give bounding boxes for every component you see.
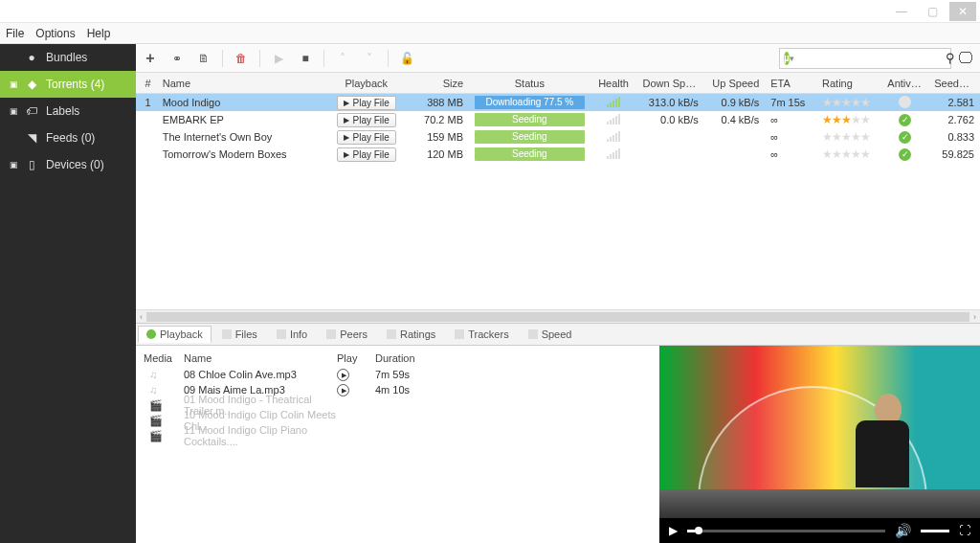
create-torrent-button[interactable]: 🗎 — [195, 50, 212, 67]
play-icon[interactable]: ▶ — [337, 384, 349, 396]
expand-icon[interactable]: ▣ — [10, 106, 17, 116]
health-icon — [607, 147, 620, 159]
expand-icon[interactable]: ▣ — [10, 79, 17, 89]
col-antivirus[interactable]: Antivirus — [881, 78, 928, 89]
horizontal-scrollbar[interactable]: ‹› — [136, 309, 980, 323]
file-row[interactable]: 🎬 11 Mood Indigo Clip Piano Cocktails...… — [144, 428, 652, 443]
play-file-button[interactable]: ▶Play File — [337, 130, 396, 145]
play-file-button[interactable]: ▶Play File — [337, 96, 396, 110]
col-eta[interactable]: ETA — [765, 78, 816, 89]
menu-file[interactable]: File — [6, 27, 24, 40]
tab-info[interactable]: Info — [268, 326, 316, 343]
rss-icon: ◥ — [25, 131, 38, 145]
trackers-icon — [455, 329, 464, 339]
health-icon — [607, 96, 620, 107]
tab-playback[interactable]: Playback — [138, 326, 212, 343]
remote-button[interactable]: 🖵 — [957, 50, 974, 67]
col-down[interactable]: Down Speed — [637, 78, 704, 89]
play-icon[interactable]: ▶ — [337, 369, 349, 381]
expand-icon[interactable]: ▣ — [10, 160, 17, 170]
col-health[interactable]: Health — [590, 78, 637, 89]
col-rating[interactable]: Rating — [816, 78, 881, 89]
add-torrent-button[interactable]: + — [142, 50, 159, 67]
minimize-button[interactable]: — — [888, 2, 915, 21]
tab-files[interactable]: Files — [213, 326, 266, 343]
fl-col-media[interactable]: Media — [144, 352, 184, 364]
antivirus-ok-icon: ✓ — [899, 131, 911, 144]
tab-peers[interactable]: Peers — [318, 326, 376, 343]
bundle-icon: ● — [25, 51, 38, 64]
col-name[interactable]: Name — [157, 78, 329, 89]
speed-icon — [528, 329, 538, 339]
video-frame[interactable] — [659, 346, 980, 518]
volume-button[interactable]: 🔊 — [895, 523, 911, 538]
play-file-button[interactable]: ▶Play File — [337, 147, 396, 162]
seek-bar[interactable] — [687, 530, 885, 532]
menu-options[interactable]: Options — [35, 27, 75, 40]
menu-help[interactable]: Help — [87, 27, 111, 40]
torrent-row[interactable]: Tomorrow's Modern Boxes ▶Play File 120 M… — [136, 146, 980, 163]
tab-speed[interactable]: Speed — [520, 326, 581, 343]
peers-icon — [326, 329, 336, 339]
menubar: File Options Help — [0, 23, 980, 44]
health-icon — [607, 113, 620, 124]
col-playback[interactable]: Playback — [329, 78, 404, 89]
window-chrome: — ▢ ✕ — [0, 0, 980, 23]
file-row[interactable]: ♫ 08 Chloe Colin Ave.mp3 ▶ 7m 59s — [144, 367, 652, 382]
sidebar-label: Bundles — [46, 51, 87, 64]
search-icon[interactable]: ⚲ — [946, 51, 955, 65]
maximize-button[interactable]: ▢ — [919, 2, 946, 21]
sidebar-item-torrents[interactable]: ▣◆ Torrents (4) — [0, 71, 136, 98]
video-icon: 🎬 — [144, 430, 184, 442]
torrent-row[interactable]: EMBARK EP ▶Play File 70.2 MB Seeding 0.0… — [136, 111, 980, 128]
search-box[interactable]: µ ▾ ⚲ — [779, 48, 951, 69]
sidebar: ● Bundles ▣◆ Torrents (4) ▣🏷 Labels ◥ Fe… — [0, 44, 136, 543]
search-input[interactable] — [794, 52, 946, 65]
antivirus-ok-icon: ✓ — [899, 148, 911, 161]
torrent-grid-header: # Name Playback Size Status Health Down … — [136, 73, 980, 94]
col-seeds[interactable]: Seeds/... — [928, 78, 980, 89]
fl-col-play[interactable]: Play — [337, 352, 375, 364]
move-down-button[interactable]: ˅ — [361, 50, 378, 67]
close-button[interactable]: ✕ — [949, 2, 976, 21]
files-icon — [222, 329, 232, 339]
stop-button[interactable]: ■ — [297, 50, 314, 67]
ratings-icon — [387, 329, 396, 339]
sidebar-item-bundles[interactable]: ● Bundles — [0, 44, 136, 71]
sidebar-item-labels[interactable]: ▣🏷 Labels — [0, 98, 136, 124]
remove-button[interactable]: 🗑 — [233, 50, 250, 67]
move-up-button[interactable]: ˄ — [334, 50, 351, 67]
tab-ratings[interactable]: Ratings — [378, 326, 444, 343]
antivirus-ok-icon: ✓ — [899, 114, 911, 126]
fl-col-name[interactable]: Name — [184, 352, 337, 364]
start-button[interactable]: ▶ — [270, 50, 287, 67]
sidebar-item-feeds[interactable]: ◥ Feeds (0) — [0, 124, 136, 151]
playback-icon — [146, 329, 156, 339]
toolbar: + ⚭ 🗎 🗑 ▶ ■ ˄ ˅ 🔓 µ ▾ ⚲ 🖵 — [136, 44, 980, 73]
torrent-row[interactable]: 1 Mood Indigo ▶Play File 388 MB Download… — [136, 94, 980, 111]
torrent-row[interactable]: The Internet's Own Boy ▶Play File 159 MB… — [136, 128, 980, 146]
sidebar-label: Torrents (4) — [46, 78, 104, 91]
unlock-button[interactable]: 🔓 — [398, 50, 415, 67]
video-player: ▶ 🔊 ⛶ — [659, 346, 980, 543]
torrent-grid: 1 Mood Indigo ▶Play File 388 MB Download… — [136, 94, 980, 309]
sidebar-item-devices[interactable]: ▣▯ Devices (0) — [0, 151, 136, 178]
video-icon: 🎬 — [144, 399, 184, 412]
detail-tabs: Playback Files Info Peers Ratings Tracke… — [136, 323, 980, 346]
sidebar-label: Labels — [46, 104, 79, 118]
col-num[interactable]: # — [136, 78, 157, 89]
antivirus-na-icon — [899, 96, 911, 108]
play-file-button[interactable]: ▶Play File — [337, 113, 396, 127]
audio-icon: ♫ — [144, 384, 184, 396]
fl-col-duration[interactable]: Duration — [375, 352, 442, 364]
fullscreen-button[interactable]: ⛶ — [959, 524, 970, 537]
device-icon: ▯ — [25, 158, 38, 171]
play-pause-button[interactable]: ▶ — [669, 524, 678, 537]
col-size[interactable]: Size — [404, 78, 469, 89]
add-url-button[interactable]: ⚭ — [168, 50, 186, 67]
col-status[interactable]: Status — [469, 78, 590, 89]
volume-slider[interactable] — [921, 530, 949, 532]
label-icon: 🏷 — [25, 104, 38, 118]
tab-trackers[interactable]: Trackers — [446, 326, 517, 343]
col-up[interactable]: Up Speed — [704, 78, 765, 89]
